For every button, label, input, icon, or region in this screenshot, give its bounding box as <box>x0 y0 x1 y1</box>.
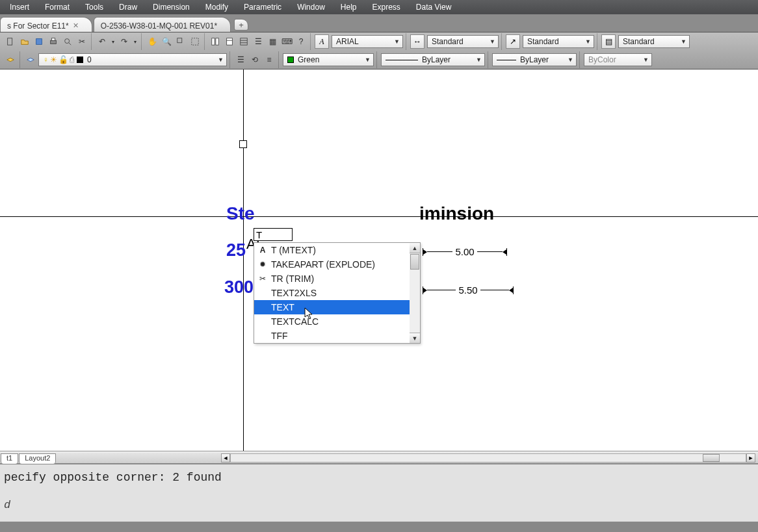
print-icon[interactable] <box>47 35 60 48</box>
redo-dropdown-icon[interactable]: ▾ <box>132 35 138 48</box>
font-dropdown-value: ARIAL <box>336 37 359 46</box>
text-a-icon: A <box>258 246 267 255</box>
linetype-dropdown[interactable]: ByLayer ▼ <box>381 53 485 66</box>
drawing-canvas[interactable]: Ste iminsion AI 25 300 200 5.00 5.50 A T… <box>0 70 758 451</box>
scroll-thumb[interactable] <box>410 254 419 270</box>
svg-rect-8 <box>212 38 215 45</box>
scroll-right-icon[interactable]: ► <box>746 453 755 462</box>
lineweight-dropdown[interactable]: ByLayer ▼ <box>492 53 577 66</box>
scroll-up-icon[interactable]: ▲ <box>410 243 420 253</box>
layer-match-icon[interactable]: ≡ <box>263 53 276 66</box>
layer-filter-icon[interactable] <box>24 53 37 66</box>
command-current-line: d <box>4 498 754 513</box>
undo-dropdown-icon[interactable]: ▾ <box>110 35 116 48</box>
block-icon[interactable]: ▦ <box>266 35 279 48</box>
doc-tab-1-label: s For Sector E11* <box>7 21 69 31</box>
scroll-down-icon[interactable]: ▼ <box>410 333 420 343</box>
zoom-window-icon[interactable] <box>174 35 187 48</box>
autocomplete-scrollbar[interactable]: ▲ ▼ <box>410 242 421 344</box>
canvas-text-300: 300 <box>224 277 254 298</box>
document-tabs: s For Sector E11* ✕ O-2536-W38-01-MQ-001… <box>0 14 758 32</box>
menu-dimension[interactable]: Dimension <box>145 1 198 14</box>
sheet-icon[interactable] <box>223 35 236 48</box>
properties-icon[interactable] <box>209 35 222 48</box>
new-icon[interactable] <box>4 35 17 48</box>
dimension-2: 5.50 <box>423 285 514 296</box>
scroll-thumb[interactable] <box>703 454 720 462</box>
doc-tab-2-label: O-2536-W38-01-MQ-001 REV01* <box>101 21 217 31</box>
close-icon[interactable]: ✕ <box>73 21 79 30</box>
calc-icon[interactable]: ⌨ <box>280 35 293 48</box>
menu-draw[interactable]: Draw <box>111 1 145 14</box>
horizontal-scrollbar[interactable]: ◄ ► <box>221 452 755 463</box>
toolbar-row-2: ♀ ☀ 🔓 ⎙ 0 ▼ ☰ ⟲ ≡ Green ▼ ByLaye <box>0 51 758 69</box>
layer-state-icon[interactable]: ☰ <box>234 53 247 66</box>
table-style-icon[interactable]: ▤ <box>601 34 616 49</box>
trim-icon: ✂ <box>258 274 267 283</box>
redo-icon[interactable]: ↷ <box>118 35 131 48</box>
table-style-dropdown[interactable]: Standard▼ <box>618 35 690 48</box>
menu-parametric[interactable]: Parametric <box>236 1 289 14</box>
menu-insert[interactable]: Insert <box>2 1 37 14</box>
pan-icon[interactable]: ✋ <box>146 35 159 48</box>
mleader-value: Standard <box>527 37 559 46</box>
autocomplete-item-mtext[interactable]: A T (MTEXT) <box>254 243 419 257</box>
dim-style-value: Standard <box>432 37 464 46</box>
undo-icon[interactable]: ↶ <box>96 35 109 48</box>
cut-icon[interactable]: ✂ <box>75 35 88 48</box>
canvas-text-right: iminsion <box>419 203 494 224</box>
scroll-track[interactable] <box>230 453 746 462</box>
menu-help[interactable]: Help <box>333 1 365 14</box>
open-icon[interactable] <box>18 35 31 48</box>
new-tab-button[interactable]: + <box>234 19 248 31</box>
layout-tab-1[interactable]: t1 <box>1 453 18 464</box>
layout-tab-2[interactable]: Layout2 <box>19 453 56 464</box>
menu-format[interactable]: Format <box>37 1 77 14</box>
mleader-dropdown[interactable]: Standard▼ <box>523 35 594 48</box>
menu-tools[interactable]: Tools <box>77 1 111 14</box>
lineweight-preview <box>497 60 516 60</box>
save-icon[interactable] <box>33 35 46 48</box>
menu-dataview[interactable]: Data View <box>408 1 459 14</box>
autocomplete-item-text[interactable]: TEXT <box>254 300 419 314</box>
toolbar-row-1: ✂ ↶ ▾ ↷ ▾ ✋ 🔍 ☰ ▦ ⌨ ? A ARIAL▼ <box>0 32 758 51</box>
command-history[interactable]: pecify opposite corner: 2 found d <box>0 463 758 522</box>
doc-tab-1[interactable]: s For Sector E11* ✕ <box>0 17 92 32</box>
help-icon[interactable]: ? <box>294 35 307 48</box>
command-input[interactable] <box>254 228 293 241</box>
toolpalette-icon[interactable] <box>237 35 250 48</box>
doc-tab-2[interactable]: O-2536-W38-01-MQ-001 REV01* <box>94 17 231 32</box>
svg-rect-3 <box>51 38 55 41</box>
layer-props-icon[interactable] <box>4 53 17 66</box>
autocomplete-item-trim[interactable]: ✂ TR (TRIM) <box>254 272 419 286</box>
dim-style-icon[interactable]: ↔ <box>410 34 425 49</box>
autocomplete-label: TEXTCALC <box>271 316 319 327</box>
svg-rect-6 <box>177 38 182 43</box>
text-style-icon[interactable]: A <box>315 34 329 49</box>
autocomplete-item-text2xls[interactable]: TEXT2XLS <box>254 286 419 300</box>
zoom-extents-icon[interactable] <box>189 35 202 48</box>
mleader-style-icon[interactable]: ↗ <box>506 34 520 49</box>
layer-prev-icon[interactable]: ⟲ <box>248 53 261 66</box>
preview-icon[interactable] <box>61 35 74 48</box>
autocomplete-item-takeapart[interactable]: ✹ TAKEAPART (EXPLODE) <box>254 257 419 272</box>
svg-rect-2 <box>51 40 57 44</box>
selection-grip[interactable] <box>239 140 247 148</box>
layers-icon[interactable]: ☰ <box>252 35 265 48</box>
autocomplete-label: TEXT <box>271 302 294 312</box>
plotstyle-dropdown[interactable]: ByColor ▼ <box>584 53 652 66</box>
svg-rect-1 <box>36 39 42 45</box>
color-value: Green <box>298 55 319 64</box>
menu-window[interactable]: Window <box>289 1 333 14</box>
dim-style-dropdown[interactable]: Standard▼ <box>427 35 499 48</box>
menu-express[interactable]: Express <box>365 1 408 14</box>
zoom-icon[interactable]: 🔍 <box>160 35 173 48</box>
layer-dropdown[interactable]: ♀ ☀ 🔓 ⎙ 0 ▼ <box>38 53 227 66</box>
toolbar-area: ✂ ↶ ▾ ↷ ▾ ✋ 🔍 ☰ ▦ ⌨ ? A ARIAL▼ <box>0 32 758 70</box>
color-dropdown[interactable]: Green ▼ <box>283 53 374 66</box>
autocomplete-item-tff[interactable]: TFF <box>254 329 419 343</box>
font-dropdown[interactable]: ARIAL▼ <box>332 35 403 48</box>
scroll-left-icon[interactable]: ◄ <box>221 453 230 462</box>
menu-modify[interactable]: Modify <box>198 1 236 14</box>
autocomplete-item-textcalc[interactable]: TEXTCALC <box>254 314 419 329</box>
